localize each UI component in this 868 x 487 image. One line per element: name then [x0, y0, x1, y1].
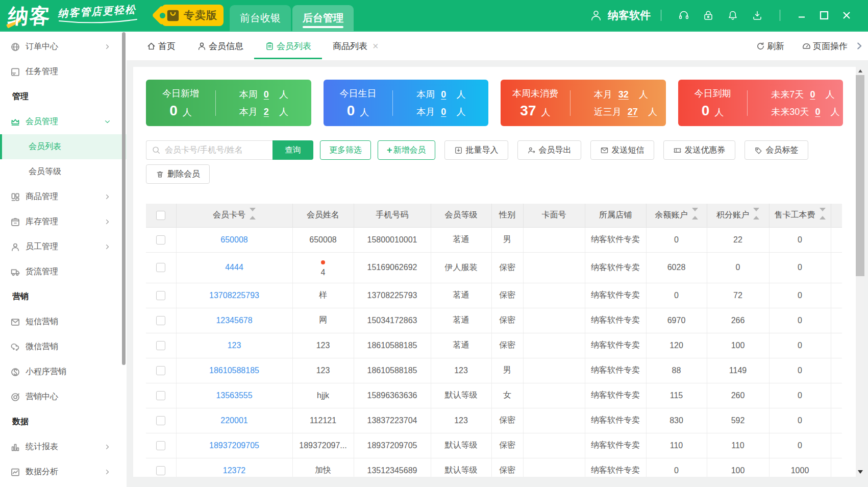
sidebar-item[interactable]: 库存管理: [0, 209, 127, 234]
scroll-down-button[interactable]: [856, 468, 864, 476]
sort-asc-caret[interactable]: [753, 216, 759, 220]
sidebar-item[interactable]: 营销中心: [0, 384, 127, 409]
member-card-link[interactable]: 650008: [220, 235, 247, 244]
sidebar-item[interactable]: 会员列表: [0, 134, 127, 159]
sidebar-item[interactable]: 货流管理: [0, 259, 127, 284]
row-checkbox[interactable]: [156, 291, 165, 300]
tab-close-icon[interactable]: ×: [373, 41, 379, 51]
row-checkbox[interactable]: [156, 441, 165, 450]
side-row-value[interactable]: 0: [810, 89, 815, 100]
sort-asc-caret[interactable]: [820, 216, 826, 220]
sidebar-item[interactable]: 短信营销: [0, 309, 127, 334]
sidebar-scrollbar[interactable]: [122, 32, 126, 365]
sidebar-item[interactable]: 商品管理: [0, 184, 127, 209]
sort-carets-icon[interactable]: [250, 208, 256, 220]
side-row-value[interactable]: 0: [264, 89, 269, 100]
sidebar-item[interactable]: 任务管理: [0, 59, 127, 84]
row-checkbox[interactable]: [156, 416, 165, 425]
side-row-value[interactable]: 0: [441, 89, 446, 100]
stat-card-unit: 人: [360, 107, 369, 117]
新增会员-button[interactable]: +新增会员: [378, 140, 435, 160]
bell-icon[interactable]: [726, 9, 739, 22]
side-row-value[interactable]: 2: [264, 107, 269, 117]
account-menu[interactable]: 纳客软件: [589, 8, 651, 22]
column-header-balance[interactable]: 余额账户: [646, 204, 707, 227]
sidebar-item[interactable]: 订单中心: [0, 34, 127, 59]
member-card-link[interactable]: 18610588185: [209, 366, 259, 375]
会员导出-button[interactable]: 会员导出: [517, 140, 581, 160]
sidebar-item[interactable]: 员工管理: [0, 234, 127, 259]
chevron-right-icon[interactable]: [855, 41, 864, 51]
table-row: 22000111212113837223704123保密纳客软件专卖830592…: [146, 408, 842, 433]
lock-icon[interactable]: [702, 9, 715, 22]
member-card-link[interactable]: 220001: [220, 416, 247, 425]
scroll-up-button[interactable]: [856, 67, 864, 75]
sidebar-item[interactable]: 会员管理: [0, 109, 127, 134]
member-card-link[interactable]: 123: [228, 341, 241, 350]
sort-desc-caret[interactable]: [753, 208, 759, 211]
member-card-link[interactable]: 12345678: [216, 316, 252, 325]
side-row-value[interactable]: 27: [628, 107, 638, 117]
cell-card_no: 18937209705: [176, 433, 292, 458]
更多筛选-button[interactable]: 更多筛选: [320, 140, 371, 160]
sort-desc-caret[interactable]: [692, 208, 698, 211]
truck-icon: [10, 267, 20, 277]
vertical-scrollbar[interactable]: [856, 67, 864, 477]
sort-carets-icon[interactable]: [820, 208, 826, 220]
row-checkbox[interactable]: [156, 316, 165, 325]
maximize-button[interactable]: [816, 8, 832, 23]
member-card-link[interactable]: 4444: [225, 263, 243, 272]
row-checkbox[interactable]: [156, 235, 165, 245]
member-card-link[interactable]: 12372: [223, 466, 246, 475]
search-button[interactable]: 查询: [272, 140, 313, 160]
sidebar-item[interactable]: 数据分析: [0, 459, 127, 484]
发送短信-button[interactable]: 发送短信: [590, 140, 654, 160]
minimize-button[interactable]: [794, 8, 809, 23]
row-checkbox[interactable]: [156, 466, 165, 475]
sidebar-item[interactable]: 统计报表: [0, 434, 127, 459]
side-row-value[interactable]: 0: [441, 107, 446, 117]
column-header-points[interactable]: 积分账户: [707, 204, 769, 227]
headset-icon[interactable]: [677, 9, 690, 22]
page-actions-button[interactable]: 页面操作: [802, 40, 848, 52]
sidebar-item[interactable]: 会员等级: [0, 159, 127, 184]
sort-asc-caret[interactable]: [250, 216, 256, 220]
side-row-value[interactable]: 0: [815, 107, 820, 117]
sort-asc-caret[interactable]: [692, 216, 698, 220]
member-card-link[interactable]: 13563555: [216, 391, 252, 400]
main-nav-tab-active[interactable]: 后台管理: [292, 5, 354, 31]
sort-carets-icon[interactable]: [692, 208, 698, 220]
search-input[interactable]: [165, 145, 270, 155]
member-card-link[interactable]: 18937209705: [209, 441, 259, 450]
sidebar-item[interactable]: 微信营销: [0, 334, 127, 359]
row-checkbox[interactable]: [156, 263, 165, 272]
select-all-checkbox[interactable]: [156, 211, 165, 220]
sidebar-item-label: 订单中心: [26, 41, 58, 52]
批量导入-button[interactable]: 批量导入: [444, 140, 508, 160]
sort-carets-icon[interactable]: [753, 208, 759, 220]
refresh-button[interactable]: 刷新: [756, 40, 784, 52]
row-checkbox[interactable]: [156, 391, 165, 400]
column-header-card_fee[interactable]: 售卡工本费: [769, 204, 831, 227]
tab-商品列表[interactable]: 商品列表×: [322, 32, 389, 60]
side-row-value[interactable]: 32: [618, 89, 629, 100]
cell-points: 592: [707, 408, 769, 433]
row-checkbox[interactable]: [156, 341, 165, 350]
scrollbar-thumb[interactable]: [856, 75, 864, 276]
sidebar-item[interactable]: 小程序营销: [0, 359, 127, 384]
会员标签-button[interactable]: 会员标签: [745, 140, 808, 160]
main-nav-tab-inactive[interactable]: 前台收银: [230, 5, 291, 31]
row-select-cell: [146, 333, 176, 358]
发送优惠券-button[interactable]: 发送优惠券: [663, 140, 735, 160]
member-card-link[interactable]: 13708225793: [209, 291, 259, 300]
column-header-card_no[interactable]: 会员卡号: [176, 204, 292, 227]
删除会员-button[interactable]: 删除会员: [146, 164, 210, 184]
row-checkbox[interactable]: [156, 366, 165, 375]
download-icon[interactable]: [751, 9, 764, 22]
sort-desc-caret[interactable]: [820, 208, 826, 211]
close-button[interactable]: [839, 8, 854, 23]
tab-会员列表[interactable]: 会员列表: [254, 32, 322, 60]
tab-首页[interactable]: 首页: [136, 32, 186, 60]
sort-desc-caret[interactable]: [250, 208, 256, 211]
tab-会员信息[interactable]: 会员信息: [186, 32, 254, 60]
